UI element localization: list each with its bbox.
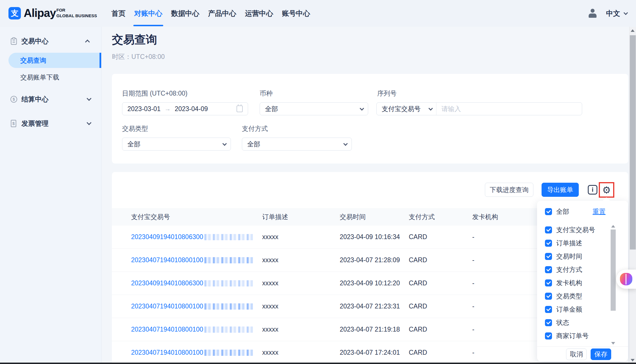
column-option-checkbox[interactable] <box>545 279 552 286</box>
sidebar-group-header[interactable]: 交易中心 <box>0 31 101 51</box>
nav-item-对账中心[interactable]: 对账中心 <box>134 0 162 27</box>
column-option-订单描述: 订单描述 <box>537 237 610 250</box>
trade-type-select[interactable]: 全部 <box>122 138 231 151</box>
pay-method-cell: CARD <box>409 303 472 310</box>
column-option-checkbox[interactable] <box>545 306 552 313</box>
pay-method-value: 全部 <box>247 140 260 149</box>
settlement-dollar-icon: $ <box>10 95 17 103</box>
select-all-label: 全部 <box>556 207 569 216</box>
cancel-button[interactable]: 取消 <box>566 348 587 360</box>
chevron-down-icon <box>624 11 628 15</box>
column-option-label: 交易类型 <box>556 292 582 301</box>
redacted-mosaic <box>204 257 253 263</box>
date-range-arrow-icon: → <box>165 105 171 112</box>
trade-no-link[interactable]: 20230407194010800100 <box>131 349 262 356</box>
order-desc-cell: xxxxx <box>262 279 340 287</box>
clipboard-icon <box>10 37 17 45</box>
column-option-label: 支付方式 <box>556 265 582 274</box>
nav-item-账号中心[interactable]: 账号中心 <box>282 0 310 27</box>
serial-type-value[interactable]: 支付宝交易号 <box>382 105 421 113</box>
filter-card: 日期范围 (UTC+08:00) 2023-03-01 → 2023-04-09… <box>112 74 628 164</box>
sidebar-item-交易账单下载[interactable]: 交易账单下载 <box>0 70 101 85</box>
column-option-label: 交易时间 <box>556 252 582 261</box>
reset-link[interactable]: 重置 <box>593 207 606 216</box>
column-option-checkbox[interactable] <box>545 319 552 326</box>
pay-method-cell: CARD <box>409 349 472 356</box>
column-option-checkbox[interactable] <box>545 293 552 300</box>
column-option-订单金额: 订单金额 <box>537 303 610 316</box>
save-button[interactable]: 保存 <box>591 348 611 360</box>
pay-method-cell: CARD <box>409 233 472 241</box>
brand-wordmark: Alipay <box>24 7 56 19</box>
scroll-down-icon[interactable] <box>631 359 635 361</box>
date-range-picker[interactable]: 2023-03-01 → 2023-04-09 <box>122 102 248 115</box>
timezone-text: 时区：UTC+08:00 <box>112 52 165 61</box>
nav-item-数据中心[interactable]: 数据中心 <box>171 0 199 27</box>
column-option-商家订单号: 商家订单号 <box>537 329 610 343</box>
trade-no-link[interactable]: 20230407194010800100 <box>131 303 262 310</box>
column-option-label: 订单描述 <box>556 239 582 248</box>
calendar-icon[interactable] <box>237 105 243 112</box>
download-progress-button[interactable]: 下载进度查询 <box>485 183 533 197</box>
scrollbar-thumb[interactable] <box>630 35 636 250</box>
currency-value: 全部 <box>265 105 278 113</box>
gear-icon[interactable]: ⚙ <box>602 185 611 195</box>
info-icon[interactable]: i <box>588 185 597 195</box>
redacted-mosaic <box>204 327 253 333</box>
assistant-extension-button[interactable] <box>616 270 636 289</box>
page-scrollbar[interactable] <box>629 27 636 364</box>
brand-tagline: FOR GLOBAL BUSINESS <box>56 7 97 19</box>
chevron-down-icon <box>429 106 433 111</box>
currency-select[interactable]: 全部 <box>260 102 368 115</box>
trade-time-cell: 2023-04-07 21:23:31 <box>340 303 409 310</box>
order-desc-cell: xxxxx <box>262 349 340 356</box>
sidebar-group-label: 发票管理 <box>21 119 48 128</box>
page-title: 交易查询 <box>112 32 157 47</box>
serial-input[interactable]: 请输入 <box>441 105 461 113</box>
sidebar-item-交易查询[interactable]: 交易查询 <box>8 53 101 68</box>
export-bill-button[interactable]: 导出账单 <box>542 183 579 197</box>
select-all-checkbox[interactable] <box>545 208 552 215</box>
column-option-checkbox[interactable] <box>545 226 552 233</box>
trade-no-link[interactable]: 20230409194010806300 <box>131 233 262 241</box>
trade-time-cell: 2023-04-09 10:16:34 <box>340 233 409 241</box>
column-option-checkbox[interactable] <box>545 266 552 273</box>
nav-item-首页[interactable]: 首页 <box>111 0 125 27</box>
screenshot-bottom-edge <box>0 363 636 364</box>
sidebar-group-结算中心: $ 结算中心 <box>0 89 101 109</box>
column-option-checkbox[interactable] <box>545 332 552 339</box>
trade-no-link[interactable]: 20230407194010800100 <box>131 256 262 264</box>
trade-type-value: 全部 <box>127 140 140 149</box>
sidebar-group-header[interactable]: $ 结算中心 <box>0 89 101 109</box>
sidebar-group-交易中心: 交易中心 交易查询 交易账单下载 <box>0 31 101 85</box>
serial-combo-field[interactable]: 支付宝交易号 请输入 <box>376 102 582 115</box>
column-option-checkbox[interactable] <box>545 253 552 260</box>
nav-item-产品中心[interactable]: 产品中心 <box>208 0 236 27</box>
scroll-up-icon[interactable] <box>611 225 615 228</box>
popover-scrollbar[interactable] <box>610 224 617 345</box>
nav-item-运营中心[interactable]: 运营中心 <box>245 0 273 27</box>
scrollbar-thumb[interactable] <box>611 230 616 311</box>
column-option-支付方式: 支付方式 <box>537 263 610 276</box>
trade-no-link[interactable]: 20230409194010806300 <box>131 279 262 287</box>
scroll-up-icon[interactable] <box>631 29 635 32</box>
top-bar: 支 Alipay FOR GLOBAL BUSINESS 首页 对账中心 数据中… <box>0 0 636 27</box>
brain-icon <box>620 273 632 285</box>
column-option-交易时间: 交易时间 <box>537 250 610 263</box>
scroll-down-icon[interactable] <box>611 342 615 345</box>
trade-no-link[interactable]: 20230407194010800100 <box>131 326 262 333</box>
date-end-value[interactable]: 2023-04-09 <box>175 105 208 113</box>
column-header-交易时间: 交易时间 <box>340 213 409 221</box>
column-option-checkbox[interactable] <box>545 240 552 247</box>
language-switcher[interactable]: 中文 <box>606 0 627 27</box>
pay-method-select[interactable]: 全部 <box>242 138 352 151</box>
pay-method-cell: CARD <box>409 279 472 287</box>
column-header-订单描述: 订单描述 <box>262 213 340 221</box>
trade-time-cell: 2023-04-09 10:12:20 <box>340 279 409 287</box>
sidebar-group-header[interactable]: $ 发票管理 <box>0 114 101 133</box>
column-header-支付宝交易号: 支付宝交易号 <box>131 213 262 221</box>
date-range-label: 日期范围 (UTC+08:00) <box>122 89 187 98</box>
user-avatar-icon[interactable] <box>588 9 597 18</box>
column-option-支付宝交易号: 支付宝交易号 <box>537 223 610 237</box>
date-start-value[interactable]: 2023-03-01 <box>127 105 161 113</box>
